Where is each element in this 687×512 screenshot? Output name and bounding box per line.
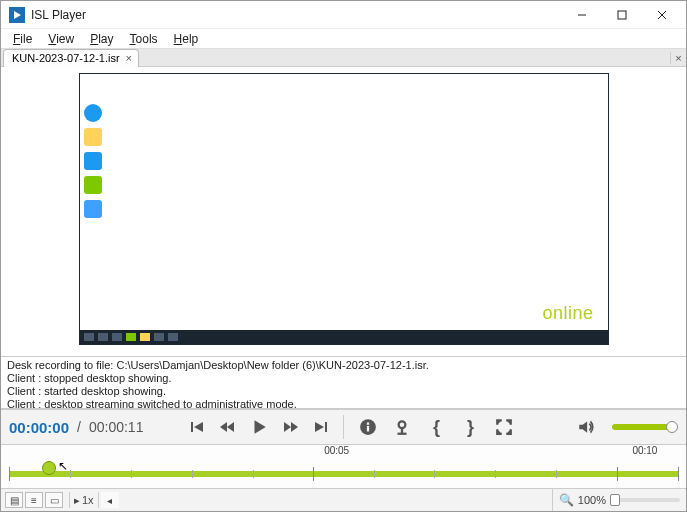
timeline-mark: 00:10 <box>632 445 657 456</box>
zoom-icon: 🔍 <box>559 493 574 507</box>
status-bar: ▤ ≡ ▭ ▸ 1x ◂ 🔍 100% <box>1 489 686 511</box>
window-title: ISL Player <box>31 8 562 22</box>
svg-rect-16 <box>367 426 369 432</box>
log-line: Desk recording to file: C:\Users\Damjan\… <box>7 359 680 372</box>
time-total: 00:00:11 <box>89 419 144 435</box>
zoom-slider[interactable] <box>610 498 680 502</box>
fullscreen-button[interactable] <box>490 413 518 441</box>
desktop-icon <box>84 152 102 170</box>
skip-end-button[interactable] <box>309 415 333 439</box>
volume-button[interactable] <box>572 413 600 441</box>
menu-view[interactable]: View <box>40 30 82 48</box>
log-line: Client : desktop streaming switched to a… <box>7 398 680 408</box>
tab-close-icon[interactable]: × <box>126 52 132 64</box>
desktop-icon <box>84 80 102 98</box>
video-viewport: islonline <box>1 67 686 356</box>
skip-start-button[interactable] <box>185 415 209 439</box>
zoom-thumb[interactable] <box>610 494 620 506</box>
close-button[interactable] <box>642 3 682 27</box>
desktop-icon <box>84 176 102 194</box>
menu-bar: File View Play Tools Help <box>1 29 686 49</box>
list-mode-button[interactable]: ≡ <box>25 492 43 508</box>
playhead[interactable] <box>42 461 56 475</box>
view-mode-button[interactable]: ▤ <box>5 492 23 508</box>
log-line: Client : started desktop showing. <box>7 385 680 398</box>
bracket-close-button[interactable]: } <box>456 413 484 441</box>
tabs-close-all-icon[interactable]: × <box>670 52 686 64</box>
desktop-icon <box>84 128 102 146</box>
svg-marker-12 <box>291 422 298 432</box>
svg-rect-3 <box>618 11 626 19</box>
rewind-button[interactable] <box>215 415 239 439</box>
info-button[interactable] <box>354 413 382 441</box>
svg-point-18 <box>399 421 406 428</box>
content-area: islonline Desk recording to file: C:\Use… <box>1 67 686 409</box>
svg-marker-9 <box>227 422 234 432</box>
single-mode-button[interactable]: ▭ <box>45 492 63 508</box>
play-icon: ▸ <box>74 494 80 507</box>
remote-desktop-frame: islonline <box>79 73 609 345</box>
maximize-button[interactable] <box>602 3 642 27</box>
menu-file[interactable]: File <box>5 30 40 48</box>
speed-control[interactable]: ▸ 1x <box>69 492 99 508</box>
svg-rect-17 <box>367 423 369 425</box>
svg-marker-21 <box>579 421 587 432</box>
desktop-icons <box>84 80 102 218</box>
playback-controls: 00:00:00 / 00:00:11 { } <box>1 409 686 445</box>
volume-slider[interactable] <box>612 424 672 430</box>
play-button[interactable] <box>245 413 273 441</box>
marker-button[interactable] <box>388 413 416 441</box>
tab-label: KUN-2023-07-12-1.isr <box>12 52 120 64</box>
zoom-value: 100% <box>578 494 606 506</box>
tab-bar: KUN-2023-07-12-1.isr × × <box>1 49 686 67</box>
svg-marker-8 <box>220 422 227 432</box>
svg-rect-6 <box>191 422 193 432</box>
timeline-track[interactable]: ↖ <box>9 467 678 481</box>
time-current: 00:00:00 <box>9 419 69 436</box>
speed-value: 1x <box>82 494 94 506</box>
svg-marker-7 <box>194 422 203 432</box>
svg-marker-13 <box>315 422 324 432</box>
timeline[interactable]: 00:05 00:10 ↖ <box>1 445 686 489</box>
volume-thumb[interactable] <box>666 421 678 433</box>
tab-recording[interactable]: KUN-2023-07-12-1.isr × <box>3 49 139 67</box>
timeline-mark: 00:05 <box>324 445 349 456</box>
minimize-button[interactable] <box>562 3 602 27</box>
speed-prev-button[interactable]: ◂ <box>101 492 119 508</box>
brand-watermark: islonline <box>521 303 594 324</box>
time-separator: / <box>77 419 81 435</box>
title-bar: ISL Player <box>1 1 686 29</box>
event-log: Desk recording to file: C:\Users\Damjan\… <box>1 356 686 408</box>
cursor-icon: ↖ <box>58 459 68 473</box>
menu-help[interactable]: Help <box>166 30 207 48</box>
menu-tools[interactable]: Tools <box>122 30 166 48</box>
svg-marker-11 <box>284 422 291 432</box>
log-line: Client : stopped desktop showing. <box>7 372 680 385</box>
svg-marker-10 <box>255 420 266 434</box>
menu-play[interactable]: Play <box>82 30 121 48</box>
svg-rect-14 <box>325 422 327 432</box>
remote-taskbar <box>80 330 608 344</box>
desktop-icon <box>84 200 102 218</box>
desktop-icon <box>84 104 102 122</box>
app-icon <box>9 7 25 23</box>
bracket-open-button[interactable]: { <box>422 413 450 441</box>
fast-forward-button[interactable] <box>279 415 303 439</box>
